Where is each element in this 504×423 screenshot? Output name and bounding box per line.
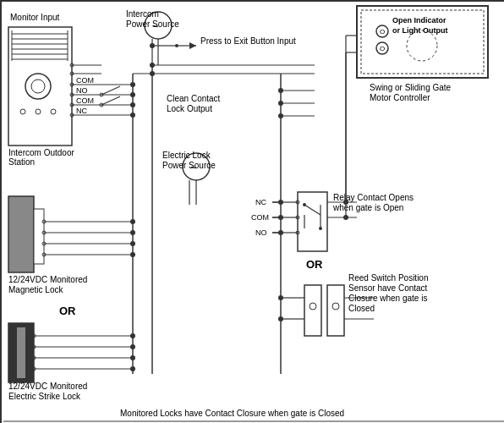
svg-point-81 [130, 82, 135, 87]
svg-rect-54 [8, 196, 34, 272]
svg-text:NO: NO [76, 86, 88, 95]
svg-text:Sensor have Contact: Sensor have Contact [348, 283, 428, 293]
svg-point-97 [130, 333, 135, 338]
svg-point-157 [407, 30, 437, 61]
svg-point-89 [130, 219, 135, 224]
svg-text:COM: COM [76, 96, 94, 105]
svg-point-171 [150, 43, 155, 48]
svg-text:Motor Controller: Motor Controller [370, 93, 430, 102]
svg-point-45 [150, 63, 155, 68]
svg-point-85 [130, 102, 135, 107]
svg-point-103 [130, 366, 135, 371]
svg-text:Open Indicator: Open Indicator [392, 16, 446, 25]
svg-text:OR: OR [59, 305, 76, 317]
svg-text:Electric Lock: Electric Lock [162, 151, 211, 160]
wiring-diagram: Monitor Input COM NO COM NC Intercom Out… [0, 0, 504, 423]
svg-point-135 [278, 230, 283, 235]
svg-point-93 [130, 241, 135, 246]
svg-text:Closed: Closed [348, 304, 375, 313]
svg-text:NC: NC [255, 198, 266, 206]
intercom-outdoor-label: Intercom Outdoor [8, 148, 74, 157]
svg-point-87 [130, 113, 135, 118]
svg-rect-139 [304, 285, 321, 336]
svg-point-112 [278, 113, 283, 118]
svg-text:or Light Output: or Light Output [392, 26, 447, 35]
svg-rect-140 [327, 285, 344, 336]
svg-point-166 [343, 200, 348, 205]
svg-rect-68 [17, 327, 25, 378]
svg-text:when gate is Open: when gate is Open [332, 203, 403, 212]
svg-point-124 [303, 203, 306, 206]
svg-text:Lock Output: Lock Output [167, 104, 212, 113]
svg-point-133 [278, 215, 283, 220]
svg-point-146 [278, 316, 283, 321]
svg-text:NO: NO [255, 228, 267, 237]
svg-text:Monitored Locks have Contact C: Monitored Locks have Contact Closure whe… [120, 409, 344, 418]
svg-text:Reed Switch Position: Reed Switch Position [348, 273, 429, 283]
svg-point-12 [31, 80, 45, 93]
svg-text:12/24VDC Monitored: 12/24VDC Monitored [8, 382, 87, 391]
svg-text:Electric Strike Lock: Electric Strike Lock [8, 392, 81, 401]
svg-text:O: O [380, 28, 385, 36]
svg-point-95 [130, 252, 135, 257]
svg-text:COM: COM [76, 76, 94, 85]
svg-text:Power Source: Power Source [126, 19, 179, 29]
svg-text:O: O [380, 45, 385, 52]
svg-text:COM: COM [251, 213, 269, 222]
svg-point-83 [130, 92, 135, 97]
svg-point-144 [278, 295, 283, 300]
svg-text:Intercom: Intercom [126, 9, 159, 19]
svg-text:Magnetic Lock: Magnetic Lock [8, 285, 63, 294]
svg-point-101 [130, 355, 135, 360]
svg-point-108 [278, 88, 283, 93]
svg-point-91 [130, 230, 135, 235]
svg-text:Power Source: Power Source [162, 161, 216, 170]
svg-rect-113 [298, 192, 327, 251]
svg-text:12/24VDC Monitored: 12/24VDC Monitored [8, 275, 87, 284]
svg-point-99 [130, 344, 135, 349]
svg-point-167 [343, 215, 348, 220]
svg-text:Swing or Sliding Gate: Swing or Sliding Gate [370, 83, 452, 92]
svg-point-105 [150, 71, 155, 76]
svg-text:OR: OR [306, 258, 323, 271]
svg-text:Station: Station [8, 157, 35, 167]
monitor-input-label: Monitor Input [10, 13, 60, 22]
svg-point-110 [278, 101, 283, 106]
svg-text:Press to Exit Button Input: Press to Exit Button Input [200, 36, 296, 46]
svg-text:Closure when gate is: Closure when gate is [348, 294, 427, 303]
svg-text:NC: NC [76, 107, 87, 115]
svg-text:Clean Contact: Clean Contact [167, 94, 221, 103]
svg-point-131 [278, 200, 283, 205]
